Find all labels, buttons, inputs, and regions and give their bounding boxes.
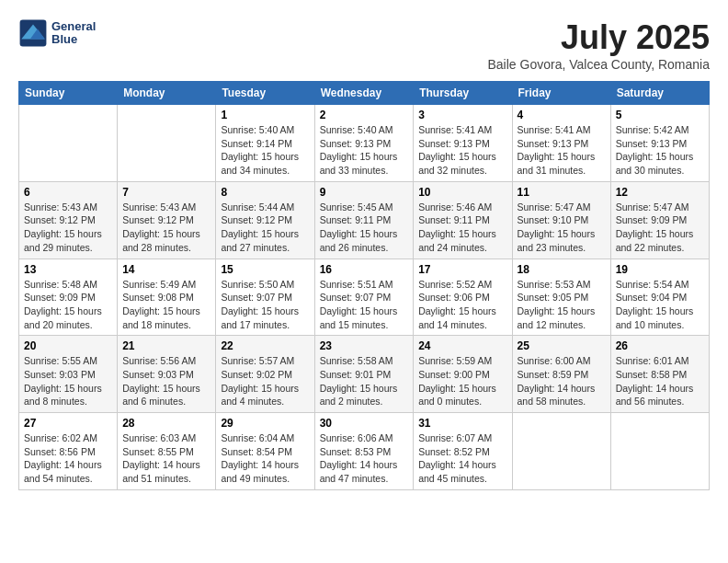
day-detail: Sunrise: 6:03 AM Sunset: 8:55 PM Dayligh… <box>122 431 210 486</box>
calendar-week-row: 1Sunrise: 5:40 AM Sunset: 9:14 PM Daylig… <box>19 105 710 182</box>
day-of-week-header: Monday <box>118 82 216 105</box>
day-number: 18 <box>518 263 606 276</box>
day-number: 7 <box>122 186 210 199</box>
calendar-table: SundayMondayTuesdayWednesdayThursdayFrid… <box>18 81 710 490</box>
day-number: 1 <box>221 109 309 121</box>
calendar-cell: 30Sunrise: 6:06 AM Sunset: 8:53 PM Dayli… <box>314 413 414 490</box>
day-detail: Sunrise: 5:46 AM Sunset: 9:11 PM Dayligh… <box>418 201 506 255</box>
calendar-cell: 23Sunrise: 5:58 AM Sunset: 9:01 PM Dayli… <box>314 336 414 413</box>
day-detail: Sunrise: 6:06 AM Sunset: 8:53 PM Dayligh… <box>320 431 409 486</box>
day-detail: Sunrise: 5:48 AM Sunset: 9:09 PM Dayligh… <box>24 278 112 332</box>
logo-icon <box>18 18 48 48</box>
day-number: 11 <box>518 186 606 199</box>
calendar-cell: 12Sunrise: 5:47 AM Sunset: 9:09 PM Dayli… <box>610 181 709 259</box>
calendar-week-row: 13Sunrise: 5:48 AM Sunset: 9:09 PM Dayli… <box>19 259 710 336</box>
calendar-cell: 5Sunrise: 5:42 AM Sunset: 9:13 PM Daylig… <box>610 105 709 182</box>
calendar-cell: 17Sunrise: 5:52 AM Sunset: 9:06 PM Dayli… <box>414 259 512 336</box>
calendar-cell: 24Sunrise: 5:59 AM Sunset: 9:00 PM Dayli… <box>414 336 512 413</box>
calendar-cell: 10Sunrise: 5:46 AM Sunset: 9:11 PM Dayli… <box>414 181 512 259</box>
day-detail: Sunrise: 5:41 AM Sunset: 9:13 PM Dayligh… <box>418 123 506 178</box>
day-detail: Sunrise: 5:40 AM Sunset: 9:13 PM Dayligh… <box>320 123 409 178</box>
day-number: 10 <box>418 186 506 199</box>
day-detail: Sunrise: 5:47 AM Sunset: 9:09 PM Dayligh… <box>616 201 704 255</box>
day-of-week-header: Wednesday <box>314 82 414 105</box>
day-of-week-header: Friday <box>512 82 610 105</box>
day-number: 19 <box>616 263 704 276</box>
day-number: 25 <box>518 339 606 352</box>
day-of-week-header: Saturday <box>610 82 709 105</box>
day-number: 16 <box>320 263 409 276</box>
logo-line2: Blue <box>51 33 96 46</box>
calendar-cell: 14Sunrise: 5:49 AM Sunset: 9:08 PM Dayli… <box>118 259 216 336</box>
day-detail: Sunrise: 5:40 AM Sunset: 9:14 PM Dayligh… <box>221 123 309 178</box>
day-number: 3 <box>418 109 506 121</box>
day-detail: Sunrise: 5:53 AM Sunset: 9:05 PM Dayligh… <box>518 278 606 332</box>
calendar-week-row: 27Sunrise: 6:02 AM Sunset: 8:56 PM Dayli… <box>19 413 710 490</box>
day-number: 14 <box>122 263 210 276</box>
day-detail: Sunrise: 5:56 AM Sunset: 9:03 PM Dayligh… <box>122 354 210 408</box>
day-of-week-header: Sunday <box>19 82 118 105</box>
day-number: 13 <box>24 263 112 276</box>
day-detail: Sunrise: 5:52 AM Sunset: 9:06 PM Dayligh… <box>418 278 506 332</box>
day-detail: Sunrise: 5:55 AM Sunset: 9:03 PM Dayligh… <box>24 354 112 408</box>
day-detail: Sunrise: 5:43 AM Sunset: 9:12 PM Dayligh… <box>122 201 210 255</box>
day-number: 8 <box>221 186 309 199</box>
day-number: 30 <box>320 417 409 430</box>
calendar-cell: 9Sunrise: 5:45 AM Sunset: 9:11 PM Daylig… <box>314 181 414 259</box>
calendar-cell: 7Sunrise: 5:43 AM Sunset: 9:12 PM Daylig… <box>118 181 216 259</box>
calendar-cell: 20Sunrise: 5:55 AM Sunset: 9:03 PM Dayli… <box>19 336 118 413</box>
calendar-cell: 19Sunrise: 5:54 AM Sunset: 9:04 PM Dayli… <box>610 259 709 336</box>
day-detail: Sunrise: 5:41 AM Sunset: 9:13 PM Dayligh… <box>518 123 606 178</box>
calendar-cell: 29Sunrise: 6:04 AM Sunset: 8:54 PM Dayli… <box>216 413 314 490</box>
logo-text: General Blue <box>51 20 96 47</box>
calendar-cell <box>19 105 118 182</box>
calendar-cell: 15Sunrise: 5:50 AM Sunset: 9:07 PM Dayli… <box>216 259 314 336</box>
day-number: 15 <box>221 263 309 276</box>
day-detail: Sunrise: 5:57 AM Sunset: 9:02 PM Dayligh… <box>221 354 309 408</box>
day-detail: Sunrise: 5:58 AM Sunset: 9:01 PM Dayligh… <box>320 354 409 408</box>
title-block: July 2025 Baile Govora, Valcea County, R… <box>488 18 711 72</box>
day-number: 21 <box>122 339 210 352</box>
day-of-week-header: Thursday <box>414 82 512 105</box>
calendar-cell <box>118 105 216 182</box>
day-number: 23 <box>320 339 409 352</box>
day-number: 5 <box>616 109 704 121</box>
day-number: 31 <box>418 417 506 430</box>
calendar-cell: 4Sunrise: 5:41 AM Sunset: 9:13 PM Daylig… <box>512 105 610 182</box>
calendar-cell: 3Sunrise: 5:41 AM Sunset: 9:13 PM Daylig… <box>414 105 512 182</box>
day-detail: Sunrise: 5:45 AM Sunset: 9:11 PM Dayligh… <box>320 201 409 255</box>
calendar-cell: 1Sunrise: 5:40 AM Sunset: 9:14 PM Daylig… <box>216 105 314 182</box>
day-number: 20 <box>24 339 112 352</box>
day-detail: Sunrise: 6:07 AM Sunset: 8:52 PM Dayligh… <box>418 431 506 486</box>
calendar-cell <box>610 413 709 490</box>
calendar-cell: 21Sunrise: 5:56 AM Sunset: 9:03 PM Dayli… <box>118 336 216 413</box>
day-number: 2 <box>320 109 409 121</box>
day-number: 4 <box>518 109 606 121</box>
day-detail: Sunrise: 6:04 AM Sunset: 8:54 PM Dayligh… <box>221 431 309 486</box>
location: Baile Govora, Valcea County, Romania <box>488 57 711 72</box>
day-detail: Sunrise: 5:54 AM Sunset: 9:04 PM Dayligh… <box>616 278 704 332</box>
day-number: 26 <box>616 339 704 352</box>
logo-line1: General <box>51 20 96 33</box>
calendar-cell: 13Sunrise: 5:48 AM Sunset: 9:09 PM Dayli… <box>19 259 118 336</box>
calendar-cell: 22Sunrise: 5:57 AM Sunset: 9:02 PM Dayli… <box>216 336 314 413</box>
day-number: 6 <box>24 186 112 199</box>
page-header: General Blue July 2025 Baile Govora, Val… <box>18 18 710 72</box>
day-detail: Sunrise: 5:44 AM Sunset: 9:12 PM Dayligh… <box>221 201 309 255</box>
day-detail: Sunrise: 6:02 AM Sunset: 8:56 PM Dayligh… <box>24 431 112 486</box>
day-number: 12 <box>616 186 704 199</box>
calendar-cell: 28Sunrise: 6:03 AM Sunset: 8:55 PM Dayli… <box>118 413 216 490</box>
day-number: 24 <box>418 339 506 352</box>
day-of-week-header: Tuesday <box>216 82 314 105</box>
calendar-cell: 25Sunrise: 6:00 AM Sunset: 8:59 PM Dayli… <box>512 336 610 413</box>
calendar-cell: 6Sunrise: 5:43 AM Sunset: 9:12 PM Daylig… <box>19 181 118 259</box>
month-year: July 2025 <box>488 18 711 57</box>
calendar-cell: 27Sunrise: 6:02 AM Sunset: 8:56 PM Dayli… <box>19 413 118 490</box>
calendar-cell: 2Sunrise: 5:40 AM Sunset: 9:13 PM Daylig… <box>314 105 414 182</box>
day-detail: Sunrise: 5:47 AM Sunset: 9:10 PM Dayligh… <box>518 201 606 255</box>
day-detail: Sunrise: 5:43 AM Sunset: 9:12 PM Dayligh… <box>24 201 112 255</box>
day-detail: Sunrise: 5:50 AM Sunset: 9:07 PM Dayligh… <box>221 278 309 332</box>
calendar-cell: 18Sunrise: 5:53 AM Sunset: 9:05 PM Dayli… <box>512 259 610 336</box>
calendar-week-row: 6Sunrise: 5:43 AM Sunset: 9:12 PM Daylig… <box>19 181 710 259</box>
day-number: 28 <box>122 417 210 430</box>
